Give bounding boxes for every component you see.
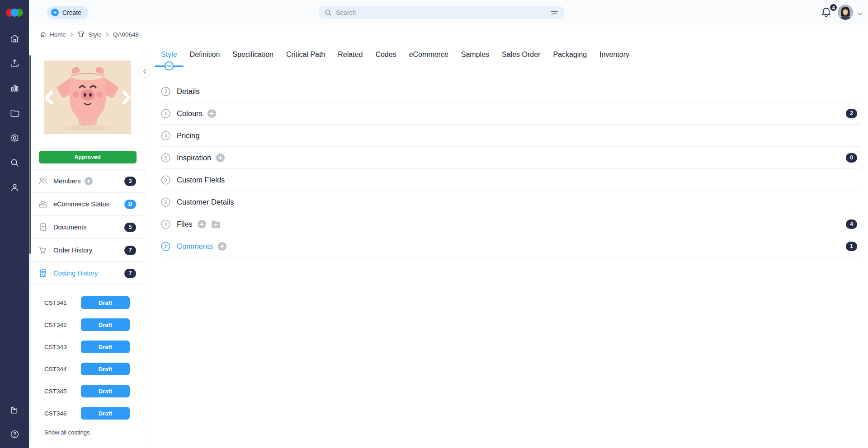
- help-icon[interactable]: [7, 426, 22, 442]
- section-customer-details[interactable]: Customer Details: [161, 191, 860, 213]
- product-image-carousel: [44, 61, 131, 134]
- breadcrumb-current-item: QA00648: [113, 31, 139, 38]
- costing-status-button[interactable]: Draft: [81, 385, 130, 397]
- app-window: + Create 4: [0, 0, 868, 448]
- expand-chevron-icon[interactable]: [161, 87, 170, 96]
- costing-status-button[interactable]: Draft: [81, 318, 130, 331]
- costing-row: CST344 Draft: [44, 363, 145, 375]
- app-logo[interactable]: [5, 7, 24, 18]
- section-title: Custom FIelds: [177, 176, 225, 184]
- tab-label: Packaging: [553, 51, 587, 58]
- tab-definition[interactable]: Definition: [190, 51, 220, 62]
- notifications-button[interactable]: 4: [820, 6, 834, 19]
- avatar[interactable]: [838, 5, 853, 20]
- search-icon: [325, 9, 332, 16]
- tab-style[interactable]: Style: [161, 51, 177, 62]
- costing-status-button[interactable]: Draft: [81, 363, 130, 375]
- tab-codes[interactable]: Codes: [375, 51, 396, 62]
- costing-code: CST346: [44, 410, 75, 417]
- section-colours[interactable]: Colours 2: [161, 103, 860, 125]
- expand-chevron-icon[interactable]: [161, 175, 170, 185]
- search-icon[interactable]: [7, 155, 22, 170]
- search-bar[interactable]: [318, 6, 565, 19]
- profile-icon[interactable]: [7, 180, 22, 195]
- panel-item-label: Documents: [53, 224, 86, 231]
- breadcrumb-style[interactable]: Style: [77, 31, 102, 38]
- breadcrumb-home[interactable]: Home: [40, 31, 66, 38]
- add-colour-button[interactable]: [208, 109, 216, 118]
- panel-item-members[interactable]: Members 3: [30, 170, 145, 193]
- app-rail: [0, 0, 29, 448]
- section-list: Details Colours 2 Pricing: [161, 80, 860, 257]
- filter-icon[interactable]: [551, 9, 558, 16]
- section-pricing[interactable]: Pricing: [161, 125, 860, 147]
- tab-related[interactable]: Related: [338, 51, 363, 62]
- expand-chevron-icon[interactable]: [161, 153, 170, 163]
- section-inspiration[interactable]: Inspiration 0: [161, 147, 860, 169]
- plus-icon: +: [51, 9, 59, 16]
- costing-row: CST342 Draft: [44, 318, 145, 331]
- expand-chevron-icon[interactable]: [161, 131, 170, 140]
- expand-chevron-icon[interactable]: [161, 197, 170, 207]
- user-menu-chevron-icon[interactable]: [857, 9, 863, 18]
- carousel-prev-icon[interactable]: [44, 90, 54, 105]
- folder-icon[interactable]: [7, 105, 22, 121]
- tab-inventory[interactable]: Inventory: [599, 51, 629, 62]
- panel-row-list: Members 3 eCommerce Status D Do: [30, 169, 145, 285]
- tab-label: Specification: [232, 51, 274, 58]
- upload-icon[interactable]: [7, 56, 22, 71]
- add-folder-button[interactable]: [211, 220, 221, 229]
- costing-status-button[interactable]: Draft: [81, 341, 130, 353]
- home-icon: [40, 31, 47, 38]
- expand-chevron-icon[interactable]: [161, 242, 170, 251]
- tab-ecommerce[interactable]: eCommerce: [409, 51, 448, 62]
- add-member-button[interactable]: [85, 177, 93, 185]
- panel-item-label: Costing History: [53, 270, 98, 277]
- tab-sales-order[interactable]: Sales Order: [502, 51, 540, 62]
- add-file-button[interactable]: [198, 220, 206, 229]
- section-custom-fields[interactable]: Custom FIelds: [161, 169, 860, 191]
- search-input[interactable]: [336, 9, 547, 16]
- add-inspiration-button[interactable]: [216, 154, 225, 162]
- section-title: Files: [177, 220, 193, 229]
- section-files[interactable]: Files 4: [161, 213, 860, 235]
- factory-icon[interactable]: [7, 402, 22, 418]
- section-title: Inspiration: [177, 154, 211, 162]
- status-approved-button[interactable]: Approved: [39, 151, 137, 163]
- count-badge: 2: [846, 109, 857, 118]
- expand-chevron-icon[interactable]: [161, 109, 170, 118]
- tab-specification[interactable]: Specification: [232, 51, 274, 62]
- panel-item-costing-history[interactable]: $ Costing History 7: [30, 262, 145, 285]
- analytics-icon[interactable]: [7, 80, 22, 96]
- tab-packaging[interactable]: Packaging: [553, 51, 587, 62]
- tab-critical-path[interactable]: Critical Path: [286, 51, 325, 62]
- section-comments[interactable]: Comments 1: [161, 235, 860, 257]
- breadcrumb-home-label: Home: [50, 31, 66, 38]
- panel-item-label: Order History: [53, 247, 92, 254]
- panel-item-ecommerce-status[interactable]: eCommerce Status D: [30, 193, 145, 216]
- panel-item-order-history[interactable]: Order History 7: [30, 239, 145, 262]
- costing-row: CST343 Draft: [44, 341, 145, 353]
- carousel-next-icon[interactable]: [122, 90, 132, 105]
- chevron-right-icon: [70, 32, 73, 37]
- cart-icon: [38, 246, 48, 255]
- costing-status-button[interactable]: Draft: [81, 296, 130, 309]
- tab-chevron-down-icon[interactable]: [165, 61, 174, 70]
- home-icon[interactable]: [7, 31, 22, 46]
- panel-scrollbar-thumb[interactable]: [29, 55, 31, 254]
- add-comment-button[interactable]: [218, 242, 226, 251]
- panel-item-documents[interactable]: Documents 5: [30, 216, 145, 239]
- costing-status-button[interactable]: Draft: [81, 407, 130, 420]
- expand-chevron-icon[interactable]: [161, 219, 170, 229]
- tab-label: Inventory: [599, 51, 629, 58]
- create-button[interactable]: + Create: [47, 6, 88, 19]
- cash-register-icon: [38, 200, 48, 209]
- show-all-costings-link[interactable]: Show all costings: [44, 429, 145, 436]
- status-badge: D: [124, 200, 136, 209]
- section-details[interactable]: Details: [161, 80, 860, 103]
- costing-row: CST341 Draft: [44, 296, 145, 309]
- tab-samples[interactable]: Samples: [461, 51, 489, 62]
- settings-icon[interactable]: [7, 130, 22, 145]
- panel-collapse-button[interactable]: [139, 65, 151, 78]
- count-badge: 7: [124, 246, 136, 255]
